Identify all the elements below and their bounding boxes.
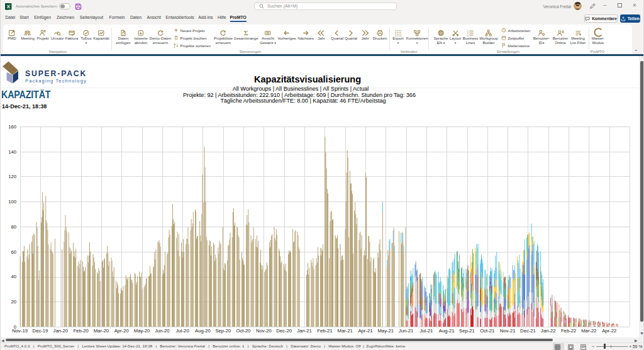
svg-text:Mar-20: Mar-20 bbox=[94, 328, 109, 334]
svg-text:40: 40 bbox=[11, 274, 16, 279]
svg-text:Oct-21: Oct-21 bbox=[480, 328, 494, 334]
svg-text:Apr-21: Apr-21 bbox=[358, 328, 372, 334]
svg-text:Aug-21: Aug-21 bbox=[439, 328, 455, 334]
svg-text:Jan-20: Jan-20 bbox=[53, 328, 69, 334]
svg-text:Jan-21: Jan-21 bbox=[297, 328, 312, 334]
svg-text:Feb-20: Feb-20 bbox=[73, 328, 88, 334]
svg-text:May-20: May-20 bbox=[134, 328, 150, 334]
svg-text:Jul-21: Jul-21 bbox=[419, 328, 433, 334]
svg-text:Jul-20: Jul-20 bbox=[176, 328, 189, 334]
svg-text:Mar-21: Mar-21 bbox=[338, 328, 353, 334]
svg-text:Sep-20: Sep-20 bbox=[215, 328, 231, 334]
svg-text:Dec-21: Dec-21 bbox=[520, 328, 536, 334]
svg-text:Apr-20: Apr-20 bbox=[114, 328, 129, 334]
svg-text:Jun-20: Jun-20 bbox=[155, 328, 170, 334]
svg-text:Nov-20: Nov-20 bbox=[256, 328, 272, 334]
svg-text:Dec-20: Dec-20 bbox=[276, 328, 292, 334]
svg-text:160: 160 bbox=[8, 124, 16, 130]
svg-text:20: 20 bbox=[11, 299, 16, 305]
svg-text:Sep-21: Sep-21 bbox=[459, 328, 475, 334]
svg-text:Mar-22: Mar-22 bbox=[581, 328, 596, 334]
svg-text:Jun-21: Jun-21 bbox=[399, 328, 414, 334]
svg-text:Nov-19: Nov-19 bbox=[12, 328, 28, 334]
svg-text:80: 80 bbox=[11, 224, 16, 230]
svg-text:Nov-21: Nov-21 bbox=[500, 328, 516, 334]
svg-text:Feb-22: Feb-22 bbox=[561, 328, 576, 334]
svg-text:Jan-22: Jan-22 bbox=[541, 328, 556, 334]
svg-text:Aug-20: Aug-20 bbox=[195, 328, 211, 334]
svg-text:Apr-22: Apr-22 bbox=[602, 328, 616, 334]
svg-text:60: 60 bbox=[11, 249, 16, 255]
svg-text:Feb-21: Feb-21 bbox=[317, 328, 332, 334]
svg-text:Dec-19: Dec-19 bbox=[33, 328, 48, 334]
svg-text:May-21: May-21 bbox=[377, 328, 394, 334]
svg-text:Oct-20: Oct-20 bbox=[236, 328, 251, 334]
svg-text:140: 140 bbox=[8, 149, 16, 155]
svg-text:100: 100 bbox=[8, 199, 16, 205]
svg-text:120: 120 bbox=[8, 174, 16, 179]
